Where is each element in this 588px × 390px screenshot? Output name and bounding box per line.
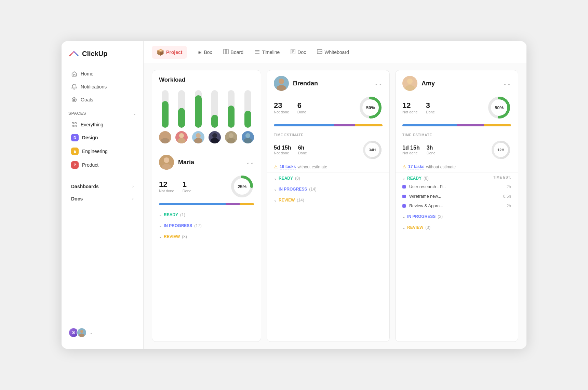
maria-ready-count: (1) [180, 212, 185, 217]
maria-inprogress-group[interactable]: ⌄ IN PROGRESS (17) [152, 220, 261, 231]
amy-inprogress-group[interactable]: ⌄ IN PROGRESS (2) [396, 211, 518, 222]
amy-tasks-without-estimate-link[interactable]: 17 tasks [408, 164, 424, 169]
maria-review-chevron: ⌄ [159, 235, 162, 239]
amy-done-num: 3 [426, 101, 435, 110]
brendan-warning-suffix: without estimate [297, 165, 327, 169]
brendan-inprogress-chevron: ⌄ [274, 187, 277, 191]
svg-point-28 [229, 133, 233, 138]
brendan-time-remaining: 34H [369, 148, 376, 152]
svg-rect-7 [75, 125, 77, 127]
brendan-inprogress-group[interactable]: ⌄ IN PROGRESS (14) [267, 183, 389, 194]
sidebar-item-everything[interactable]: Everything [64, 119, 141, 130]
amy-donut: 50% [487, 96, 511, 120]
bar-col-2 [175, 90, 188, 143]
tab-whiteboard[interactable]: Whiteboard [312, 46, 354, 58]
spaces-label: Spaces [68, 111, 86, 116]
svg-point-23 [177, 138, 186, 143]
maria-tasks: ⌄ READY (1) ⌄ IN PROGRESS (17) ⌄ REVIEW [152, 209, 261, 242]
product-space-dot: P [71, 161, 79, 169]
bell-icon [71, 84, 77, 90]
task-name-3[interactable]: Review & Appro... [409, 204, 497, 208]
svg-point-3 [74, 99, 75, 100]
brendan-ready-group[interactable]: ⌄ READY (8) [267, 172, 389, 183]
amy-not-done-stat: 12 Not done [402, 101, 418, 114]
brendan-stats-row: 23 Not done 6 Done 50% [267, 94, 389, 123]
task-time-2: 0.5h [501, 194, 511, 199]
brendan-name: Brendan [293, 80, 318, 87]
svg-rect-11 [226, 49, 228, 54]
tab-doc[interactable]: Doc [286, 46, 311, 58]
task-dot-3 [402, 204, 406, 208]
tab-board[interactable]: Board [218, 46, 248, 58]
maria-stats-row: 12 Not done 1 Done 25% [152, 173, 261, 202]
brendan-review-group[interactable]: ⌄ REVIEW (14) [267, 194, 389, 205]
brendan-collapse-btn[interactable]: ⌄⌄ [374, 81, 383, 86]
amy-header: Amy ⌄⌄ [396, 70, 518, 94]
sidebar-item-product[interactable]: P Product [64, 158, 141, 171]
amy-ready-label: READY [407, 176, 422, 181]
task-item-3: Review & Appro... 2h [396, 201, 518, 211]
sidebar-item-notifications[interactable]: Notifications [64, 81, 141, 93]
sidebar-item-dashboards[interactable]: Dashboards › [64, 181, 141, 192]
maria-not-done-label: Not done [159, 189, 174, 193]
tab-project[interactable]: 📦 Project [152, 46, 187, 59]
spaces-chevron-icon[interactable]: ⌄ [133, 111, 136, 116]
tab-divider-1 [190, 48, 190, 56]
amy-name: Amy [422, 80, 435, 87]
amy-collapse-btn[interactable]: ⌄⌄ [503, 81, 511, 86]
amy-card: Amy ⌄⌄ 12 Not done 3 Done [395, 70, 518, 342]
everything-label: Everything [81, 122, 103, 127]
app-frame: ClickUp Home Notifications Goals [62, 41, 526, 349]
svg-point-36 [279, 79, 284, 84]
workload-area: Workload [144, 63, 526, 349]
design-label: Design [82, 135, 98, 140]
brendan-inprogress-label: IN PROGRESS [279, 187, 307, 192]
maria-review-group[interactable]: ⌄ REVIEW (8) [152, 231, 261, 242]
maria-ready-group[interactable]: ⌄ READY (1) [152, 209, 261, 220]
tab-box[interactable]: ⊞ Box [193, 47, 217, 58]
clickup-logo-icon [68, 48, 79, 59]
amy-inprogress-label: IN PROGRESS [407, 214, 436, 219]
maria-header: Maria ⌄⌄ [152, 149, 261, 173]
task-dot-1 [402, 185, 406, 189]
amy-tasks: ⌄ READY (8) TIME EST. User research - P.… [396, 172, 518, 233]
svg-point-32 [164, 157, 169, 163]
engineering-space-dot: E [71, 148, 79, 155]
task-name-1[interactable]: User research - P... [409, 184, 497, 189]
bar-col-3 [192, 90, 204, 143]
maria-avatar [159, 155, 174, 170]
brendan-time-not-done: 5d 15h Not done [274, 145, 291, 155]
maria-percent-text: 25% [238, 184, 246, 189]
brendan-tasks-without-estimate-link[interactable]: 19 tasks [280, 164, 296, 169]
user-avatar-stack[interactable]: S [68, 328, 87, 338]
svg-rect-4 [72, 123, 74, 124]
logo-area: ClickUp [62, 48, 143, 67]
task-name-2[interactable]: Wireframe new... [409, 194, 497, 199]
svg-point-21 [161, 138, 169, 143]
sidebar-item-home[interactable]: Home [64, 68, 141, 80]
user-dropdown-icon[interactable]: ⌄ [90, 330, 93, 335]
amy-ready-group[interactable]: ⌄ READY (8) [396, 172, 493, 182]
amy-stats-row: 12 Not done 3 Done 50% [396, 94, 518, 123]
maria-not-done-stat: 12 Not done [159, 180, 174, 193]
brendan-ready-count: (8) [295, 176, 300, 181]
time-est-col-header: TIME EST. [493, 176, 518, 179]
brendan-info: Brendan [274, 76, 318, 91]
doc-tab-icon [291, 49, 295, 55]
bar-col-1 [159, 90, 171, 143]
tab-timeline[interactable]: Timeline [250, 46, 284, 58]
amy-review-group[interactable]: ⌄ REVIEW (3) [396, 222, 518, 233]
amy-time-estimate: TIME ESTIMATE 1d 15h Not done 3h Done [396, 130, 518, 163]
svg-rect-0 [73, 75, 75, 76]
maria-not-done-num: 12 [159, 180, 174, 189]
sidebar-item-docs[interactable]: Docs › [64, 193, 141, 205]
amy-inprogress-chevron: ⌄ [402, 215, 405, 219]
brendan-not-done-num: 23 [274, 101, 289, 110]
sidebar-item-design[interactable]: D Design [64, 131, 141, 144]
sidebar-item-goals[interactable]: Goals [64, 94, 141, 106]
sidebar-item-engineering[interactable]: E Engineering [64, 145, 141, 158]
maria-donut: 25% [230, 175, 254, 198]
svg-rect-5 [75, 123, 77, 124]
maria-collapse-btn[interactable]: ⌄⌄ [246, 159, 254, 165]
brendan-donut: 50% [359, 96, 383, 120]
